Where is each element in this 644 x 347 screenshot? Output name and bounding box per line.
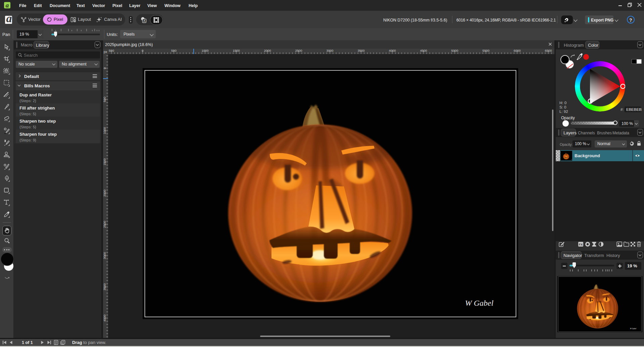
svg-text:500: 500 — [171, 49, 177, 52]
svg-text:2000: 2000 — [103, 189, 106, 197]
svg-text:500: 500 — [109, 49, 114, 52]
svg-text:4500: 4500 — [420, 49, 427, 52]
svg-text:0: 0 — [103, 67, 106, 69]
svg-text:6500: 6500 — [545, 49, 552, 52]
svg-text:2000: 2000 — [264, 49, 271, 52]
svg-text:3500: 3500 — [357, 49, 364, 52]
svg-text:4000: 4000 — [103, 314, 106, 321]
svg-text:6000: 6000 — [513, 49, 521, 52]
svg-text:FX: FX — [579, 243, 583, 246]
svg-text:500: 500 — [103, 97, 106, 102]
svg-text:2500: 2500 — [103, 221, 106, 228]
svg-text:1500: 1500 — [233, 49, 240, 52]
svg-text:2500: 2500 — [295, 49, 302, 52]
svg-text:0: 0 — [142, 49, 143, 52]
svg-text:3500: 3500 — [103, 283, 106, 290]
svg-text:1000: 1000 — [201, 49, 208, 52]
svg-text:A: A — [143, 19, 145, 23]
svg-text:5000: 5000 — [451, 49, 458, 52]
svg-text:3000: 3000 — [326, 49, 333, 52]
svg-text:4000: 4000 — [389, 49, 396, 52]
svg-text:3000: 3000 — [103, 252, 106, 259]
svg-text:1500: 1500 — [103, 158, 106, 165]
svg-text:5500: 5500 — [482, 49, 489, 52]
svg-text:1000: 1000 — [103, 127, 106, 134]
